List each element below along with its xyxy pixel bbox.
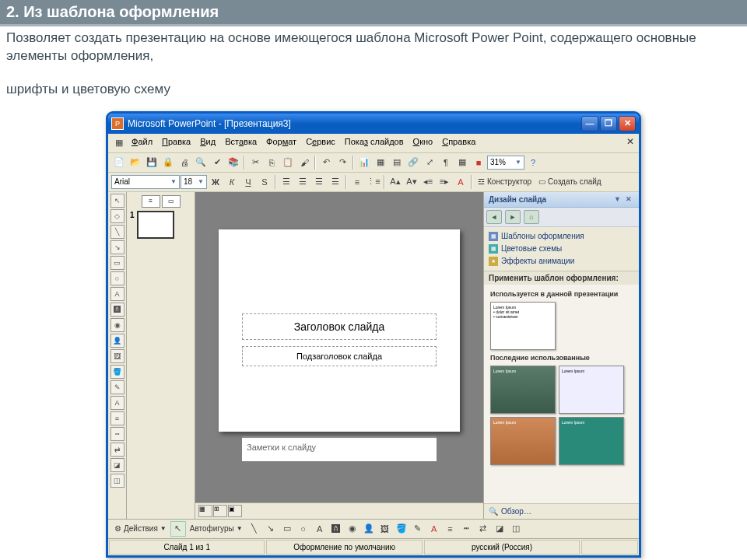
taskpane-close-icon[interactable]: ✕	[626, 195, 632, 203]
color-icon[interactable]: ■	[471, 155, 486, 170]
subtitle-placeholder[interactable]: Подзаголовок слайда	[242, 346, 437, 366]
sorter-view-icon[interactable]: ⊞	[213, 505, 227, 517]
maximize-button[interactable]: ❐	[600, 116, 617, 131]
save-icon[interactable]: 💾	[144, 155, 160, 170]
paste-icon[interactable]: 📋	[280, 155, 296, 170]
permission-icon[interactable]: 🔒	[160, 155, 176, 170]
align-right-icon[interactable]: ☰	[311, 174, 327, 190]
actions-menu[interactable]: ⚙Действия▼	[111, 524, 170, 533]
font-color-btn-icon[interactable]: A	[426, 521, 442, 537]
fill-color-icon[interactable]: 🪣	[394, 521, 409, 537]
3d-icon[interactable]: ◫	[508, 521, 524, 537]
slide-canvas[interactable]: Заголовок слайда Подзаголовок слайда	[219, 229, 460, 432]
designer-button[interactable]: ☲Конструктор	[475, 177, 535, 186]
slides-tab[interactable]: ▭	[162, 195, 181, 208]
undo-icon[interactable]: ↶	[318, 155, 334, 170]
menu-edit[interactable]: Правка	[157, 135, 195, 151]
show-formatting-icon[interactable]: ¶	[438, 155, 454, 170]
line-style-icon[interactable]: ≡	[110, 411, 124, 425]
slide-thumb-1[interactable]: 1	[130, 211, 191, 239]
fill-tool-icon[interactable]: 🪣	[110, 365, 124, 379]
zoom-combo[interactable]: 31%▼	[487, 156, 524, 170]
rectangle-icon[interactable]: ▭	[279, 521, 295, 537]
close-button[interactable]: ✕	[619, 116, 636, 131]
nav-forward-icon[interactable]: ►	[505, 210, 521, 224]
control-icon[interactable]: ▦	[111, 135, 127, 151]
new-slide-button[interactable]: ▭Создать слайд	[535, 177, 605, 186]
arrows-icon[interactable]: ⇄	[475, 521, 491, 537]
grid-icon[interactable]: ▦	[454, 155, 470, 170]
arrow-style-icon[interactable]: ⇄	[110, 443, 124, 457]
menu-view[interactable]: Вид	[195, 135, 220, 151]
clipart-tool-icon[interactable]: 👤	[110, 334, 124, 348]
outline-tab[interactable]: ≡	[142, 195, 160, 208]
font-color-tool-icon[interactable]: A	[110, 396, 124, 410]
line-weight-icon[interactable]: ≡	[443, 521, 458, 537]
picture-tool-icon[interactable]: 🖼	[110, 349, 124, 363]
redo-icon[interactable]: ↷	[335, 155, 350, 170]
line-color-icon[interactable]: ✎	[110, 380, 124, 394]
template-current[interactable]: Lorem Ipsum• dolor sit amet• consectetue…	[490, 302, 556, 350]
nav-home-icon[interactable]: ⌂	[524, 210, 539, 224]
nav-back-icon[interactable]: ◄	[486, 210, 502, 224]
increase-font-icon[interactable]: A▴	[388, 174, 403, 190]
shadow-button[interactable]: S	[257, 174, 272, 190]
select-icon[interactable]: ↖	[170, 521, 186, 537]
oval-tool-icon[interactable]: ○	[110, 271, 124, 285]
shapes-tool-icon[interactable]: ◇	[110, 209, 124, 223]
justify-icon[interactable]: ☰	[328, 174, 343, 190]
preview-icon[interactable]: 🔍	[193, 155, 209, 170]
color-schemes-link[interactable]: ▦Цветовые схемы	[489, 243, 634, 255]
chart-icon[interactable]: 📊	[356, 155, 372, 170]
titlebar[interactable]: P Microsoft PowerPoint - [Презентация3] …	[108, 114, 639, 134]
numbering-icon[interactable]: ≡	[349, 174, 365, 190]
normal-view-icon[interactable]: ▦	[198, 505, 212, 517]
fontsize-combo[interactable]: 18▼	[181, 175, 207, 189]
animation-link[interactable]: ★Эффекты анимации	[489, 255, 634, 268]
dash-style-icon[interactable]: ┅	[110, 427, 124, 441]
underline-button[interactable]: Ч	[240, 174, 256, 190]
menu-window[interactable]: Окно	[409, 135, 438, 151]
italic-button[interactable]: К	[224, 174, 240, 190]
line-color-btn-icon[interactable]: ✎	[410, 521, 426, 537]
menu-help[interactable]: Справка	[437, 135, 480, 151]
doc-close-icon[interactable]: ✕	[626, 136, 634, 147]
title-placeholder[interactable]: Заголовок слайда	[242, 313, 437, 340]
bullets-icon[interactable]: ⋮≡	[366, 174, 381, 190]
new-icon[interactable]: 📄	[111, 155, 127, 170]
align-left-icon[interactable]: ☰	[279, 174, 294, 190]
arrow-icon[interactable]: ↘	[263, 521, 279, 537]
slideshow-view-icon[interactable]: ▣	[228, 505, 242, 517]
textbox-icon[interactable]: A	[312, 521, 328, 537]
copy-icon[interactable]: ⎘	[264, 155, 279, 170]
decrease-font-icon[interactable]: A▾	[404, 174, 419, 190]
hyperlink-icon[interactable]: 🔗	[405, 155, 421, 170]
help-icon[interactable]: ?	[525, 155, 541, 170]
notes-pane[interactable]: Заметки к слайду	[242, 436, 437, 461]
rect-tool-icon[interactable]: ▭	[110, 256, 124, 270]
line-tool-icon[interactable]: ╲	[110, 225, 124, 239]
arrow-tool-icon[interactable]: ↘	[110, 240, 124, 254]
wordart-icon[interactable]: 🅰	[328, 521, 344, 537]
font-combo[interactable]: Arial▼	[111, 175, 180, 189]
expand-icon[interactable]: ⤢	[422, 155, 437, 170]
oval-icon[interactable]: ○	[296, 521, 311, 537]
diagram-icon[interactable]: ◉	[345, 521, 360, 537]
menu-file[interactable]: Файл	[127, 135, 157, 151]
template-recent-3[interactable]: Lorem Ipsum	[490, 417, 556, 465]
format-painter-icon[interactable]: 🖌	[296, 155, 312, 170]
template-recent-1[interactable]: Lorem Ipsum	[490, 366, 556, 414]
wordart-tool-icon[interactable]: 🅰	[110, 303, 124, 317]
status-language[interactable]: русский (Россия)	[424, 540, 580, 555]
menu-slideshow[interactable]: Показ слайдов	[340, 135, 409, 151]
picture-icon[interactable]: 🖼	[377, 521, 393, 537]
template-recent-2[interactable]: Lorem Ipsum	[559, 366, 624, 414]
diagram-tool-icon[interactable]: ◉	[110, 318, 124, 332]
minimize-button[interactable]: —	[581, 116, 598, 131]
table-icon[interactable]: ▦	[373, 155, 388, 170]
decrease-indent-icon[interactable]: ◂≡	[420, 174, 436, 190]
cut-icon[interactable]: ✂	[247, 155, 263, 170]
shadow-style-icon[interactable]: ◪	[110, 458, 124, 472]
autoshapes-menu[interactable]: Автофигуры▼	[187, 524, 246, 533]
taskpane-dropdown-icon[interactable]: ▼	[614, 195, 621, 203]
